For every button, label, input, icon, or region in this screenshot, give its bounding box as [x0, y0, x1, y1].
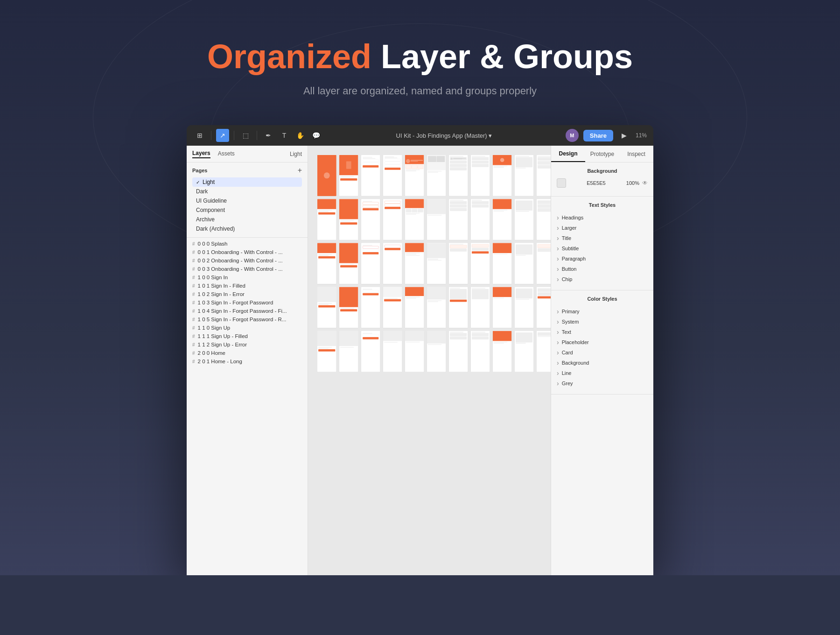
- pages-header: Pages +: [192, 166, 302, 175]
- hand-tool-icon[interactable]: ✋: [294, 129, 307, 142]
- tab-mode[interactable]: Light: [290, 151, 302, 157]
- screen-card: [339, 287, 358, 328]
- color-style-text[interactable]: Text: [557, 327, 648, 337]
- tab-assets[interactable]: Assets: [218, 150, 235, 158]
- page-item-light[interactable]: ✓Light: [192, 177, 302, 187]
- screen-card: [537, 243, 551, 284]
- canvas-content: 0 0 0...: [313, 150, 551, 575]
- figma-toolbar: ⊞ ↗ ⬚ ✒ T ✋ 💬 UI Kit - Job Findings App …: [187, 125, 653, 146]
- layer-frame-icon: #: [192, 300, 195, 305]
- layer-name: 0 0 0 Splash: [198, 241, 228, 247]
- layer-000-splash[interactable]: # 0 0 0 Splash: [187, 240, 308, 248]
- screen-card: [361, 331, 380, 372]
- screen-card: [515, 199, 534, 240]
- text-style-chip[interactable]: Chip: [557, 274, 648, 284]
- screen-card: [427, 287, 446, 328]
- tab-design[interactable]: Design: [551, 146, 585, 162]
- layer-name: 1 0 2 Sign In - Error: [198, 291, 245, 297]
- text-style-headings[interactable]: Headings: [557, 212, 648, 223]
- tab-prototype[interactable]: Prototype: [585, 146, 619, 162]
- layer-201-home-long[interactable]: # 2 0 1 Home - Long: [187, 357, 308, 366]
- hero-section: Organized Layer & Groups All layer are o…: [0, 0, 840, 575]
- text-style-larger[interactable]: Larger: [557, 223, 648, 233]
- color-style-grey[interactable]: Grey: [557, 378, 648, 388]
- layer-110-signup[interactable]: # 1 1 0 Sign Up: [187, 324, 308, 332]
- screen-column-2: 0 0 1...: [339, 155, 358, 372]
- pages-add-button[interactable]: +: [298, 166, 302, 175]
- figma-body: Layers Assets Light Pages + ✓Light Dark …: [187, 146, 653, 575]
- screen-card: [405, 155, 424, 196]
- layer-frame-icon: #: [192, 342, 195, 347]
- screen-card: [317, 331, 336, 372]
- layer-104-forgot-password-filled[interactable]: # 1 0 4 Sign In - Forgot Password - Fi..…: [187, 307, 308, 315]
- screen-wrapper: 3 0 0...: [449, 155, 468, 196]
- pages-label: Pages: [192, 168, 207, 173]
- text-styles-title: Text Styles: [557, 202, 648, 208]
- panel-tabs: Layers Assets Light: [187, 146, 308, 162]
- screen-wrapper: 1 1 0...: [383, 155, 402, 196]
- hero-title-accent: Organized: [207, 38, 371, 75]
- background-opacity: 100%: [626, 180, 639, 186]
- pen-tool-icon[interactable]: ✒: [262, 129, 275, 142]
- page-item-ui-guideline[interactable]: UI Guideline: [192, 196, 302, 205]
- play-icon[interactable]: ▶: [618, 129, 631, 142]
- layer-101-signin-filled[interactable]: # 1 0 1 Sign In - Filled: [187, 282, 308, 290]
- layer-111-signup-filled[interactable]: # 1 1 1 Sign Up - Filled: [187, 332, 308, 340]
- background-section: Background E5E5E5 100% 👁: [551, 162, 653, 197]
- page-item-archive[interactable]: Archive: [192, 215, 302, 224]
- zoom-level[interactable]: 11%: [636, 132, 647, 139]
- screen-card: [537, 199, 551, 240]
- toolbar-separator-1: [211, 131, 211, 140]
- layer-frame-icon: #: [192, 250, 195, 255]
- layer-001-onboarding[interactable]: # 0 0 1 Onboarding - With Control - ...: [187, 248, 308, 256]
- layer-name: 2 0 0 Home: [198, 350, 225, 356]
- screen-card: [515, 287, 534, 328]
- screen-card: [427, 243, 446, 284]
- layer-200-home[interactable]: # 2 0 0 Home: [187, 349, 308, 357]
- layer-003-onboarding[interactable]: # 0 0 3 Onboarding - With Control - ...: [187, 265, 308, 273]
- text-style-paragraph[interactable]: Paragraph: [557, 254, 648, 264]
- color-style-line[interactable]: Line: [557, 368, 648, 378]
- layer-name: 0 0 1 Onboarding - With Control - ...: [198, 249, 283, 255]
- page-item-dark-archived[interactable]: Dark (Archived): [192, 224, 302, 233]
- layer-002-onboarding[interactable]: # 0 0 2 Onboarding - With Control - ...: [187, 256, 308, 265]
- color-style-placeholder[interactable]: Placeholder: [557, 337, 648, 347]
- text-style-button[interactable]: Button: [557, 264, 648, 274]
- screen-column-8: 3 1 0...: [471, 155, 490, 372]
- color-style-background[interactable]: Background: [557, 358, 648, 368]
- text-style-subtitle[interactable]: Subtitle: [557, 243, 648, 254]
- layer-name: 1 1 0 Sign Up: [198, 325, 231, 331]
- grid-tool-icon[interactable]: ⊞: [193, 129, 206, 142]
- screen-card: [405, 243, 424, 284]
- screen-card: [537, 155, 551, 196]
- layer-112-signup-error[interactable]: # 1 1 2 Sign Up - Error: [187, 340, 308, 349]
- color-style-system[interactable]: System: [557, 317, 648, 327]
- layer-frame-icon: #: [192, 351, 195, 356]
- screen-card: [383, 199, 402, 240]
- layer-100-signin[interactable]: # 1 0 0 Sign In: [187, 273, 308, 282]
- share-button[interactable]: Share: [583, 130, 613, 141]
- layer-102-signin-error[interactable]: # 1 0 2 Sign In - Error: [187, 290, 308, 298]
- arrow-tool-icon[interactable]: ↗: [216, 129, 229, 142]
- toolbar-title: UI Kit - Job Findings App (Master) ▾: [326, 132, 562, 139]
- screen-column-9: 4 0 0...: [493, 155, 512, 372]
- tab-inspect[interactable]: Inspect: [619, 146, 653, 162]
- text-style-title[interactable]: Title: [557, 233, 648, 243]
- layer-103-forgot-password[interactable]: # 1 0 3 Sign In - Forgot Password: [187, 298, 308, 307]
- color-style-primary[interactable]: Primary: [557, 306, 648, 317]
- background-section-title: Background: [557, 168, 648, 174]
- color-style-card[interactable]: Card: [557, 347, 648, 358]
- canvas-area[interactable]: 0 0 0...: [308, 146, 551, 575]
- text-tool-icon[interactable]: T: [278, 129, 291, 142]
- comment-tool-icon[interactable]: 💬: [309, 129, 322, 142]
- page-item-component[interactable]: Component: [192, 205, 302, 215]
- background-color-swatch[interactable]: [557, 178, 566, 188]
- layer-105-forgot-password-r[interactable]: # 1 0 5 Sign In - Forgot Password - R...: [187, 315, 308, 324]
- frame-tool-icon[interactable]: ⬚: [239, 129, 252, 142]
- screen-card: [405, 331, 424, 372]
- page-item-dark[interactable]: Dark: [192, 187, 302, 196]
- tab-layers[interactable]: Layers: [192, 150, 210, 158]
- visibility-toggle-icon[interactable]: 👁: [642, 180, 648, 186]
- toolbar-separator-2: [234, 131, 234, 140]
- screen-card: [317, 287, 336, 328]
